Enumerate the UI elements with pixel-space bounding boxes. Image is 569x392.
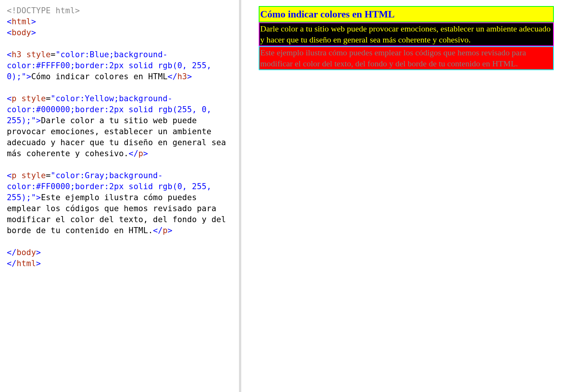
angle-open: </ (7, 259, 17, 268)
angle-close: > (36, 248, 41, 257)
rendered-heading: Cómo indicar colores en HTML (259, 6, 554, 22)
equals: = (46, 171, 51, 180)
angle-close: > (31, 28, 36, 37)
rendered-paragraph-1: Darle color a tu sitio web puede provoca… (259, 22, 554, 46)
space (22, 50, 27, 59)
attr-name: style (22, 94, 46, 103)
attr-name: style (22, 171, 46, 180)
tag-name: p (12, 171, 17, 180)
preview-panel: Cómo indicar colores en HTML Darle color… (241, 0, 569, 392)
blank-line (7, 159, 232, 170)
angle-close: > (143, 149, 148, 158)
code-line-html-open: <html> (7, 16, 232, 27)
blank-line (7, 82, 232, 93)
angle-close: > (31, 17, 36, 26)
tag-name: p (12, 94, 17, 103)
code-line-p2: <p style="color:Gray;background-color:#F… (7, 170, 232, 236)
angle-close: > (187, 72, 192, 81)
angle-close: > (36, 259, 41, 268)
inner-text: Cómo indicar colores en HTML (31, 72, 168, 81)
code-panel: <!DOCTYPE html> <html> <body> <h3 style=… (0, 0, 239, 392)
tag-name: body (17, 248, 36, 257)
tag-name: body (12, 28, 31, 37)
tag-name: h3 (12, 50, 22, 59)
angle-open: < (7, 94, 12, 103)
tag-name: html (12, 17, 31, 26)
code-line-body-open: <body> (7, 27, 232, 38)
tag-name: p (138, 149, 143, 158)
blank-line (7, 236, 232, 247)
code-line-h3: <h3 style="color:Blue;background-color:#… (7, 49, 232, 82)
code-line-body-close: </body> (7, 247, 232, 258)
equals: = (46, 94, 51, 103)
code-line-html-close: </html> (7, 258, 232, 269)
tag-name: h3 (178, 72, 187, 81)
angle-close: > (168, 226, 173, 235)
tag-name: p (163, 226, 168, 235)
equals: = (51, 50, 56, 59)
code-line-doctype: <!DOCTYPE html> (7, 5, 232, 16)
blank-line (7, 38, 232, 49)
angle-open: < (7, 50, 12, 59)
angle-close: > (36, 193, 41, 202)
angle-open: < (7, 171, 12, 180)
angle-open: < (7, 17, 12, 26)
angle-open: </ (129, 149, 138, 158)
attr-name: style (26, 50, 50, 59)
angle-close: > (36, 116, 41, 125)
tag-name: html (17, 259, 36, 268)
code-line-p1: <p style="color:Yellow;background-color:… (7, 93, 232, 159)
angle-open: </ (153, 226, 163, 235)
angle-open: </ (168, 72, 178, 81)
space (17, 94, 22, 103)
angle-open: </ (7, 248, 17, 257)
rendered-paragraph-2: Este ejemplo ilustra cómo puedes emplear… (259, 46, 554, 70)
angle-open: < (7, 28, 12, 37)
space (17, 171, 22, 180)
angle-close: > (26, 72, 31, 81)
